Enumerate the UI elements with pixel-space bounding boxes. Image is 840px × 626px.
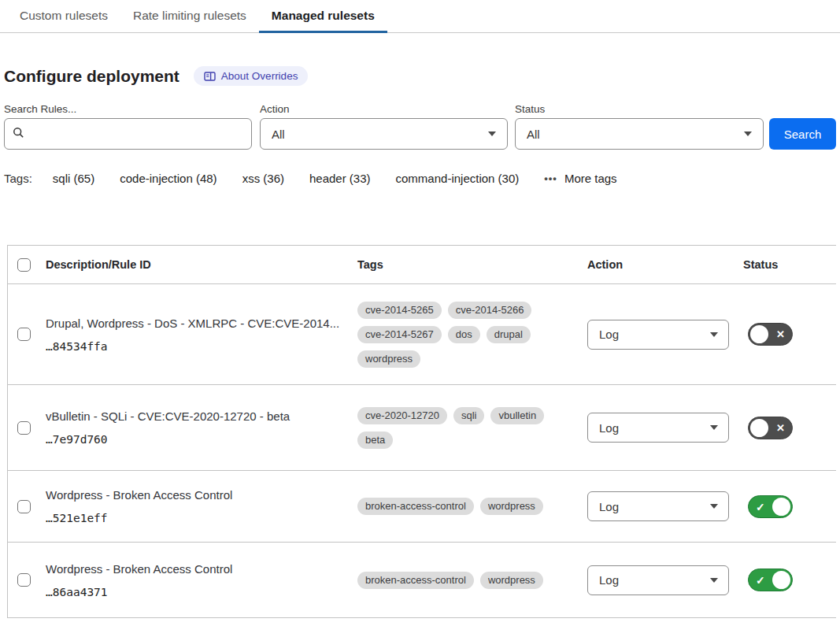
page-title: Configure deployment — [4, 67, 179, 86]
rule-id: …7e97d760 — [46, 433, 340, 446]
table-row: Wordpress - Broken Access Control …521e1… — [8, 471, 836, 543]
status-filter-value: All — [527, 128, 540, 141]
rule-description: vBulletin - SQLi - CVE:CVE-2020-12720 - … — [46, 409, 340, 423]
status-filter-select[interactable]: All — [515, 118, 764, 150]
tag-pill: wordpress — [357, 350, 420, 368]
chevron-down-icon — [710, 425, 718, 430]
row-checkbox[interactable] — [17, 328, 31, 341]
heading-row: Configure deployment About Overrides — [4, 66, 836, 86]
tag-pill: cve-2014-5267 — [357, 326, 442, 343]
rule-tags: cve-2020-12720 sqli vbulletin beta — [357, 407, 587, 449]
tag-pill: cve-2014-5265 — [357, 302, 442, 319]
tag-filter-xss[interactable]: xss (36) — [242, 172, 284, 185]
tag-pill: broken-access-control — [357, 572, 474, 589]
tab-custom-rulesets[interactable]: Custom rulesets — [7, 0, 120, 33]
about-overrides-label: About Overrides — [221, 70, 298, 82]
table-row: Drupal, Wordpress - DoS - XMLRPC - CVE:C… — [8, 284, 836, 385]
toggle-knob — [772, 498, 790, 516]
tag-pill: vbulletin — [490, 407, 544, 424]
column-header-status: Status — [743, 258, 836, 271]
rule-id: …521e1eff — [46, 512, 340, 524]
tag-filter-sqli[interactable]: sqli (65) — [53, 172, 94, 185]
table-row: vBulletin - SQLi - CVE:CVE-2020-12720 - … — [8, 385, 836, 471]
rule-action-select[interactable]: Log — [587, 565, 729, 595]
tag-pill: broken-access-control — [357, 498, 474, 515]
action-filter-value: All — [272, 128, 285, 141]
tags-bar-label: Tags: — [4, 172, 32, 185]
select-all-checkbox[interactable] — [17, 258, 31, 272]
search-button[interactable]: Search — [769, 118, 836, 150]
rule-status-toggle[interactable]: ✓ ✕ — [748, 417, 793, 439]
tag-pill: sqli — [453, 407, 485, 424]
more-tags-label: More tags — [564, 172, 617, 185]
tab-rate-limiting-rulesets[interactable]: Rate limiting rulesets — [120, 0, 259, 33]
more-tags-button[interactable]: ••• More tags — [544, 172, 616, 185]
tag-pill: beta — [357, 432, 393, 449]
rule-description: Wordpress - Broken Access Control — [46, 562, 340, 576]
rule-action-select[interactable]: Log — [587, 320, 729, 350]
chevron-down-icon — [744, 131, 752, 136]
ruleset-tabbar: Custom rulesets Rate limiting rulesets M… — [0, 0, 840, 33]
rule-description: Drupal, Wordpress - DoS - XMLRPC - CVE:C… — [46, 317, 340, 330]
row-checkbox[interactable] — [17, 500, 31, 513]
rule-description: Wordpress - Broken Access Control — [46, 488, 340, 502]
chevron-down-icon — [710, 578, 718, 583]
column-header-description: Description/Rule ID — [46, 258, 357, 271]
action-filter-label: Action — [260, 103, 515, 115]
rule-tags: broken-access-control wordpress — [357, 572, 587, 589]
rule-action-value: Log — [599, 573, 619, 587]
tag-pill: dos — [448, 326, 480, 343]
rule-action-select[interactable]: Log — [587, 413, 729, 443]
about-overrides-badge[interactable]: About Overrides — [194, 66, 309, 86]
rule-action-value: Log — [599, 500, 619, 513]
tag-filter-code-injection[interactable]: code-injection (48) — [120, 172, 216, 185]
toggle-knob — [772, 571, 790, 589]
rule-id: …86aa4371 — [46, 586, 340, 598]
tag-filter-command-injection[interactable]: command-injection (30) — [396, 172, 520, 185]
column-header-tags: Tags — [357, 258, 587, 271]
row-checkbox[interactable] — [17, 421, 31, 435]
search-box[interactable] — [4, 118, 252, 150]
tab-managed-rulesets[interactable]: Managed rulesets — [259, 0, 387, 33]
managed-rules-table: Description/Rule ID Tags Action Status D… — [7, 245, 836, 618]
rule-action-select[interactable]: Log — [587, 491, 729, 521]
ellipsis-icon: ••• — [544, 172, 557, 184]
chevron-down-icon — [488, 131, 496, 136]
rule-id: …84534ffa — [46, 340, 340, 353]
check-icon: ✓ — [756, 496, 765, 518]
search-rules-label: Search Rules... — [4, 103, 260, 115]
action-filter-select[interactable]: All — [260, 118, 508, 150]
table-row: Wordpress - Broken Access Control …86aa4… — [8, 543, 836, 618]
column-header-action: Action — [587, 258, 743, 271]
chevron-down-icon — [710, 504, 718, 509]
rule-status-toggle[interactable]: ✓ ✕ — [748, 569, 793, 591]
x-icon: ✕ — [776, 324, 785, 346]
tag-pill: drupal — [487, 326, 531, 343]
search-icon — [13, 127, 24, 142]
chevron-down-icon — [710, 332, 718, 337]
rule-status-toggle[interactable]: ✓ ✕ — [748, 495, 793, 518]
rule-action-value: Log — [599, 328, 619, 341]
table-header-row: Description/Rule ID Tags Action Status — [8, 246, 836, 284]
rule-action-value: Log — [599, 421, 619, 435]
tag-pill: wordpress — [480, 572, 543, 589]
toggle-knob — [750, 325, 768, 343]
rule-tags: cve-2014-5265 cve-2014-5266 cve-2014-526… — [357, 302, 587, 368]
x-icon: ✕ — [776, 417, 785, 439]
check-icon: ✓ — [756, 569, 765, 591]
tag-filter-header[interactable]: header (33) — [309, 172, 371, 185]
toggle-knob — [750, 419, 768, 437]
status-filter-label: Status — [515, 103, 769, 115]
tags-bar: Tags: sqli (65) code-injection (48) xss … — [4, 172, 836, 185]
rule-tags: broken-access-control wordpress — [357, 498, 587, 515]
row-checkbox[interactable] — [17, 573, 31, 587]
tag-pill: cve-2014-5266 — [448, 302, 532, 319]
book-icon — [204, 71, 216, 82]
tag-pill: cve-2020-12720 — [357, 407, 447, 424]
rule-status-toggle[interactable]: ✓ ✕ — [748, 323, 793, 346]
search-rules-input[interactable] — [31, 128, 243, 141]
filters-row: Search Rules... Action All Status — [4, 103, 836, 150]
tag-pill: wordpress — [480, 498, 543, 515]
